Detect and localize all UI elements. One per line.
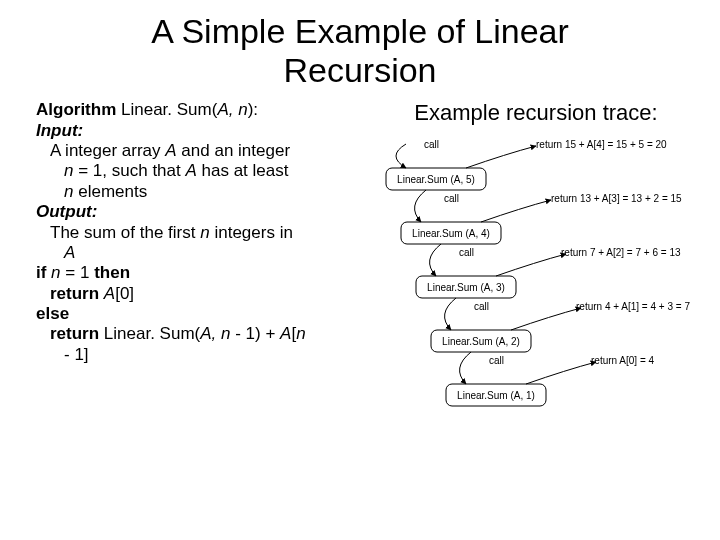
svg-text:call: call [424,139,439,150]
recursion-trace-diagram: Linear.Sum (A, 5) call return 15 + A[4] … [366,136,706,456]
return-2: return Linear. Sum(A, n - 1) + A[n [50,324,366,344]
output-line-1: The sum of the first n integers in [50,223,366,243]
svg-text:Linear.Sum (A, 4): Linear.Sum (A, 4) [412,228,490,239]
svg-text:return 4 + A[1] = 4 + 3 = 7: return 4 + A[1] = 4 + 3 = 7 [576,301,690,312]
svg-text:return 7 + A[2] = 7 + 6 = 13: return 7 + A[2] = 7 + 6 = 13 [561,247,681,258]
svg-text:return 15 + A[4] = 15 + 5 = 20: return 15 + A[4] = 15 + 5 = 20 [536,139,667,150]
content-row: Algorithm Linear. Sum(A, n): Input: A in… [0,90,720,456]
algorithm-header: Algorithm Linear. Sum(A, n): [36,100,366,120]
input-line-3: n elements [64,182,366,202]
output-label: Output: [36,202,366,222]
svg-text:call: call [444,193,459,204]
algorithm-block: Algorithm Linear. Sum(A, n): Input: A in… [36,100,366,456]
input-line-2: n = 1, such that A has at least [64,161,366,181]
trace-block: Example recursion trace: Linear.Sum (A, … [366,100,706,456]
title-line-1: A Simple Example of Linear [151,12,569,50]
svg-text:Linear.Sum (A, 2): Linear.Sum (A, 2) [442,336,520,347]
svg-text:return A[0] = 4: return A[0] = 4 [591,355,655,366]
svg-text:Linear.Sum (A, 5): Linear.Sum (A, 5) [397,174,475,185]
trace-title: Example recursion trace: [366,100,706,126]
svg-text:return 13 + A[3] = 13 + 2 = 15: return 13 + A[3] = 13 + 2 = 15 [551,193,682,204]
return-1: return A[0] [50,284,366,304]
svg-text:call: call [474,301,489,312]
input-label: Input: [36,121,366,141]
input-line-1: A integer array A and an integer [50,141,366,161]
page-title: A Simple Example of Linear Recursion [0,0,720,90]
if-line: if n = 1 then [36,263,366,283]
else-line: else [36,304,366,324]
return-2b: - 1] [64,345,366,365]
title-line-2: Recursion [283,51,436,89]
svg-text:Linear.Sum (A, 3): Linear.Sum (A, 3) [427,282,505,293]
svg-text:call: call [489,355,504,366]
svg-text:Linear.Sum (A, 1): Linear.Sum (A, 1) [457,390,535,401]
svg-text:call: call [459,247,474,258]
output-line-2: A [64,243,366,263]
